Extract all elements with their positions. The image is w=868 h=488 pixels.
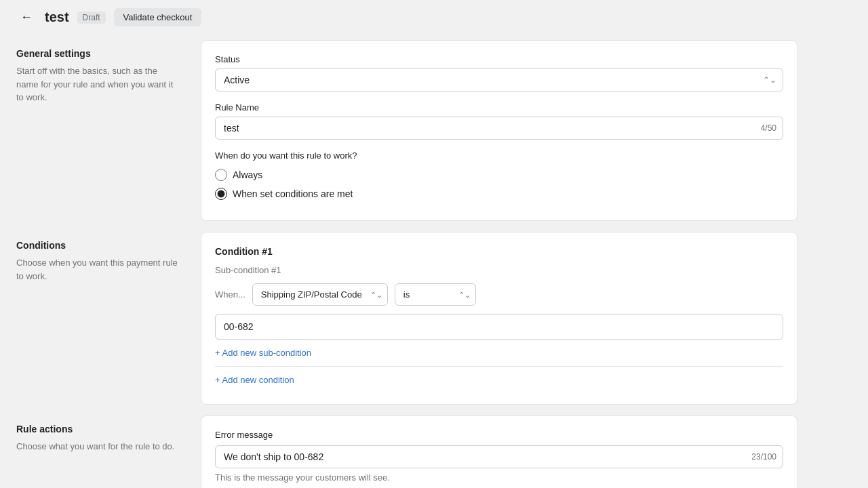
back-arrow-icon: ← [20,10,33,24]
conditions-left: Conditions Choose when you want this pay… [16,232,179,405]
rule-actions-section: Rule actions Choose what you want for th… [0,410,814,488]
radio-conditions-option[interactable]: When set conditions are met [215,188,783,200]
error-message-label: Error message [215,430,783,440]
error-message-description: This is the message your customers will … [215,472,783,483]
general-settings-card: Status Active Inactive ⌃⌄ Rule Name 4/50 [201,40,797,221]
status-select-wrapper: Active Inactive ⌃⌄ [215,68,783,92]
conditions-title: Conditions [16,240,179,251]
rule-actions-description: Choose what you want for the rule to do. [16,440,179,453]
error-message-counter: 23/100 [751,452,776,462]
rule-name-label: Rule Name [215,102,783,113]
status-label: Status [215,54,783,64]
conditions-divider [215,366,783,367]
field-select-wrapper: Shipping ZIP/Postal Code Billing ZIP/Pos… [252,283,388,306]
validate-checkout-button[interactable]: Validate checkout [114,8,202,26]
rule-actions-left: Rule actions Choose what you want for th… [16,415,179,488]
field-select[interactable]: Shipping ZIP/Postal Code Billing ZIP/Pos… [252,283,388,306]
rule-name-counter: 4/50 [761,123,776,133]
radio-always-input[interactable] [215,169,227,181]
when-question: When do you want this rule to work? [215,150,783,161]
operator-select[interactable]: is is not contains starts with [395,283,476,306]
page-title: test [45,9,69,25]
rule-actions-right: Error message 23/100 This is the message… [201,415,797,488]
rule-name-input[interactable] [215,117,783,140]
condition-1-title: Condition #1 [215,246,783,257]
operator-select-wrapper: is is not contains starts with ⌃⌄ [395,283,476,306]
add-condition-button[interactable]: + Add new condition [215,375,294,385]
rule-actions-card: Error message 23/100 This is the message… [201,415,797,488]
rule-name-group: Rule Name 4/50 [215,102,783,140]
draft-badge: Draft [77,12,106,24]
rule-actions-title: Rule actions [16,424,179,434]
conditions-card: Condition #1 Sub-condition #1 When... Sh… [201,232,797,405]
rule-name-input-wrapper: 4/50 [215,117,783,140]
conditions-description: Choose when you want this payment rule t… [16,256,179,283]
add-sub-condition-label: + Add new sub-condition [215,348,311,358]
general-settings-title: General settings [16,48,179,59]
radio-conditions-label: When set conditions are met [233,188,353,199]
radio-always-label: Always [233,169,262,180]
when-radio-group: When do you want this rule to work? Alwa… [215,150,783,200]
conditions-section: Conditions Choose when you want this pay… [0,226,814,410]
condition-value-input[interactable] [215,314,783,340]
error-message-input[interactable] [215,445,783,468]
status-group: Status Active Inactive ⌃⌄ [215,54,783,92]
radio-always-option[interactable]: Always [215,169,783,181]
condition-row: When... Shipping ZIP/Postal Code Billing… [215,283,783,306]
sub-condition-1-title: Sub-condition #1 [215,265,783,275]
general-settings-section: General settings Start off with the basi… [0,35,814,226]
add-condition-label: + Add new condition [215,375,294,385]
general-settings-description: Start off with the basics, such as the n… [16,64,179,104]
status-select[interactable]: Active Inactive [215,68,783,92]
top-bar: ← test Draft Validate checkout [0,0,868,35]
back-button[interactable]: ← [16,9,37,26]
general-settings-left: General settings Start off with the basi… [16,40,179,221]
when-label: When... [215,289,245,300]
general-settings-right: Status Active Inactive ⌃⌄ Rule Name 4/50 [201,40,797,221]
conditions-right: Condition #1 Sub-condition #1 When... Sh… [201,232,797,405]
add-sub-condition-button[interactable]: + Add new sub-condition [215,348,311,358]
radio-conditions-input[interactable] [215,188,227,200]
error-message-input-wrapper: 23/100 [215,445,783,468]
